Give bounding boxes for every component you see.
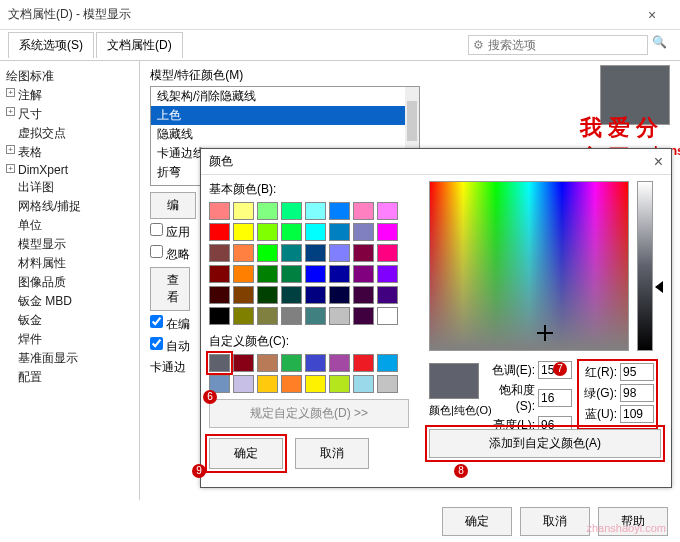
basic-color-swatch[interactable] — [353, 244, 374, 262]
custom-color-swatch[interactable] — [377, 375, 398, 393]
chk-ignore[interactable] — [150, 245, 163, 258]
basic-color-swatch[interactable] — [329, 286, 350, 304]
cancel-button[interactable]: 取消 — [520, 507, 590, 536]
custom-color-swatch[interactable] — [377, 354, 398, 372]
basic-color-swatch[interactable] — [305, 286, 326, 304]
basic-color-swatch[interactable] — [257, 307, 278, 325]
basic-color-swatch[interactable] — [305, 307, 326, 325]
color-dialog-close-icon[interactable]: × — [654, 153, 663, 171]
basic-color-swatch[interactable] — [377, 244, 398, 262]
basic-color-swatch[interactable] — [329, 307, 350, 325]
basic-color-swatch[interactable] — [281, 244, 302, 262]
basic-color-swatch[interactable] — [353, 202, 374, 220]
expand-icon[interactable]: + — [6, 164, 15, 173]
basic-color-swatch[interactable] — [257, 202, 278, 220]
search-box[interactable]: ⚙ — [468, 35, 648, 55]
basic-color-swatch[interactable] — [377, 286, 398, 304]
custom-color-swatch[interactable] — [353, 375, 374, 393]
expand-icon[interactable]: + — [6, 107, 15, 116]
tree-item[interactable]: +表格 — [4, 143, 135, 162]
custom-color-swatch[interactable] — [281, 354, 302, 372]
basic-color-swatch[interactable] — [377, 307, 398, 325]
basic-color-swatch[interactable] — [353, 265, 374, 283]
basic-color-swatch[interactable] — [281, 265, 302, 283]
ok-button[interactable]: 确定 — [442, 507, 512, 536]
basic-color-swatch[interactable] — [281, 286, 302, 304]
custom-color-swatch[interactable] — [257, 354, 278, 372]
basic-color-swatch[interactable] — [257, 286, 278, 304]
basic-color-swatch[interactable] — [209, 265, 230, 283]
custom-color-swatch[interactable] — [233, 375, 254, 393]
list-item[interactable]: 线架构/消除隐藏线 — [151, 87, 419, 106]
tree-item[interactable]: +尺寸 — [4, 105, 135, 124]
tree-item[interactable]: 焊件 — [4, 330, 135, 349]
tree-item[interactable]: 绘图标准 — [4, 67, 135, 86]
basic-color-swatch[interactable] — [377, 223, 398, 241]
basic-color-swatch[interactable] — [329, 202, 350, 220]
basic-color-swatch[interactable] — [233, 223, 254, 241]
close-icon[interactable]: × — [632, 7, 672, 23]
custom-color-swatch[interactable] — [233, 354, 254, 372]
blue-input[interactable] — [620, 405, 654, 423]
basic-color-swatch[interactable] — [281, 307, 302, 325]
basic-color-swatch[interactable] — [257, 244, 278, 262]
basic-color-swatch[interactable] — [305, 223, 326, 241]
basic-color-swatch[interactable] — [209, 223, 230, 241]
basic-color-swatch[interactable] — [305, 265, 326, 283]
color-ok-button[interactable]: 确定 — [209, 438, 283, 469]
basic-color-swatch[interactable] — [257, 223, 278, 241]
list-item[interactable]: 上色 — [151, 106, 419, 125]
basic-color-swatch[interactable] — [377, 202, 398, 220]
list-item[interactable]: 隐藏线 — [151, 125, 419, 144]
tree-item[interactable]: 配置 — [4, 368, 135, 387]
chk-edit[interactable] — [150, 315, 163, 328]
custom-color-swatch[interactable] — [209, 354, 230, 372]
basic-color-swatch[interactable] — [353, 307, 374, 325]
luminance-arrow-icon[interactable] — [655, 281, 663, 293]
custom-color-swatch[interactable] — [329, 375, 350, 393]
tab-system-options[interactable]: 系统选项(S) — [8, 32, 94, 58]
tree-item[interactable]: 虚拟交点 — [4, 124, 135, 143]
basic-color-swatch[interactable] — [329, 223, 350, 241]
tree-item[interactable]: 网格线/捕捉 — [4, 197, 135, 216]
tab-document-properties[interactable]: 文档属性(D) — [96, 32, 183, 58]
custom-color-swatch[interactable] — [257, 375, 278, 393]
basic-color-swatch[interactable] — [233, 307, 254, 325]
basic-color-swatch[interactable] — [329, 265, 350, 283]
tree-item[interactable]: 图像品质 — [4, 273, 135, 292]
basic-color-swatch[interactable] — [281, 202, 302, 220]
basic-color-swatch[interactable] — [305, 244, 326, 262]
basic-color-swatch[interactable] — [353, 223, 374, 241]
crosshair-icon[interactable] — [540, 328, 550, 338]
basic-color-swatch[interactable] — [305, 202, 326, 220]
custom-color-swatch[interactable] — [305, 354, 326, 372]
basic-color-swatch[interactable] — [257, 265, 278, 283]
basic-color-swatch[interactable] — [233, 265, 254, 283]
custom-color-swatch[interactable] — [329, 354, 350, 372]
search-icon[interactable]: 🔍 — [652, 35, 672, 55]
basic-color-swatch[interactable] — [377, 265, 398, 283]
basic-color-swatch[interactable] — [281, 223, 302, 241]
view-button[interactable]: 查看 — [150, 267, 190, 311]
red-input[interactable] — [620, 363, 654, 381]
search-input[interactable] — [488, 38, 643, 52]
tree-item[interactable]: +注解 — [4, 86, 135, 105]
basic-color-swatch[interactable] — [209, 307, 230, 325]
tree-item[interactable]: 钣金 MBD — [4, 292, 135, 311]
expand-icon[interactable]: + — [6, 145, 15, 154]
expand-icon[interactable]: + — [6, 88, 15, 97]
color-gradient[interactable] — [429, 181, 629, 351]
tree-item[interactable]: 模型显示 — [4, 235, 135, 254]
custom-color-swatch[interactable] — [353, 354, 374, 372]
custom-color-swatch[interactable] — [305, 375, 326, 393]
luminance-slider[interactable] — [637, 181, 653, 351]
tree-item[interactable]: 单位 — [4, 216, 135, 235]
define-custom-button[interactable]: 规定自定义颜色(D) >> — [209, 399, 409, 428]
basic-color-swatch[interactable] — [353, 286, 374, 304]
basic-color-swatch[interactable] — [209, 244, 230, 262]
chk-apply[interactable] — [150, 223, 163, 236]
green-input[interactable] — [620, 384, 654, 402]
color-cancel-button[interactable]: 取消 — [295, 438, 369, 469]
sat-input[interactable] — [538, 389, 572, 407]
tree-item[interactable]: 钣金 — [4, 311, 135, 330]
